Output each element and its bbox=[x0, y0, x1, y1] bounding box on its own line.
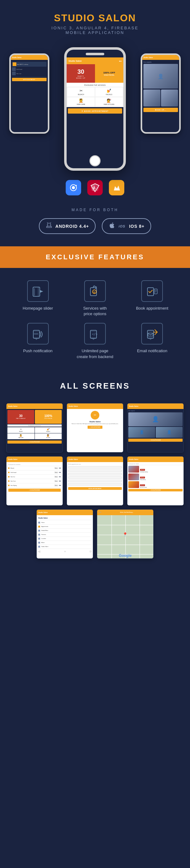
screen-booking-body: Book appointment now BOOK APPOINTMENT bbox=[67, 462, 123, 505]
feature-homepage-slider: Homepage slider bbox=[12, 280, 63, 317]
expert-main-portrait: 👤 bbox=[128, 412, 183, 426]
service-dot-1 bbox=[8, 467, 9, 469]
menu-location-icon bbox=[38, 538, 40, 539]
phone-screen: Studio Salon ●● 30 PARTY MAKE UP 100% OF… bbox=[67, 50, 123, 168]
app-subtitle: IONIC 3, ANGULAR 4, FIREBASE MOBILE APPL… bbox=[6, 26, 184, 35]
phone-banner-number: 30 bbox=[77, 68, 84, 75]
screen-home-banner: 30 PARTY MAKEUP 100% GOLD FACIAL bbox=[7, 410, 62, 424]
screen-deals-body: Exclusive hot deals 40% off Gold facial … bbox=[127, 462, 184, 505]
side-phone-book-btn-right: BOOK AP... bbox=[144, 108, 178, 112]
deal-img-3 bbox=[128, 481, 139, 488]
menu-item-appointment: Appointment bbox=[38, 525, 92, 529]
menu-item-home: Home bbox=[38, 521, 92, 525]
ios-button-label: IOS 8+ bbox=[129, 224, 144, 229]
expert-portraits-row bbox=[144, 90, 178, 106]
feature-unlimited-page: </> Unlimited pagecreate from backend bbox=[69, 323, 120, 359]
haircare-icon: 💆 bbox=[78, 98, 83, 103]
android-button[interactable]: ANDROID 4.4+ bbox=[39, 218, 96, 234]
made-for-label: MADE FOR BOTH bbox=[0, 208, 190, 212]
screen-home-service-1: ✂BLEACH bbox=[7, 427, 35, 433]
screen-map-time: 4:04 bbox=[99, 512, 101, 513]
bleach-icon: ✂ bbox=[80, 89, 83, 93]
screen-experts-book-btn: ✦ BOOK APPOINTMENT bbox=[128, 439, 183, 442]
screen-deals-book-btn: ✦ BOOK APPOINTMENT bbox=[128, 489, 183, 491]
screen-services-topbar: Studio Salon bbox=[6, 457, 63, 462]
screen-service-row-3: Hair Cut View $15 bbox=[7, 475, 62, 479]
features-banner-title: EXCLUSIVE FEATURES bbox=[6, 253, 184, 261]
deal-badge-1: 40% off bbox=[140, 469, 145, 471]
screens-grid-row3: Studio Salon Studio Salon Home Appointme… bbox=[30, 506, 160, 568]
expert-sm-icon-2: 👤 bbox=[167, 430, 171, 434]
booking-field-time bbox=[68, 483, 122, 486]
menu-nav-bar: ◁ ○ □ bbox=[38, 549, 92, 554]
phone-top-bar: Studio Salon ●● bbox=[67, 57, 123, 64]
svg-rect-20 bbox=[154, 289, 157, 294]
tech-icons-section: A bbox=[0, 174, 190, 202]
google-watermark: Google bbox=[119, 554, 131, 558]
menu-deals-icon bbox=[38, 530, 40, 531]
phone-status: ●● bbox=[119, 60, 122, 62]
push-notification-icon-box bbox=[27, 323, 49, 344]
screen-home-banner-right: 100% GOLD FACIAL bbox=[35, 410, 62, 424]
phone-hero-banner: 30 PARTY MAKE UP 100% OFF GOLD FACIAL bbox=[67, 64, 123, 83]
side-phone-content-left: Add PARTY makeup Gold facial Hair care A… bbox=[11, 60, 48, 83]
book-appointment-icon-box bbox=[141, 280, 163, 302]
deal-desc-3: Hair care combo bbox=[140, 487, 147, 488]
map-pin-icon: 📍 bbox=[122, 532, 128, 537]
service-name-5: Hair Styling bbox=[10, 485, 53, 486]
screen-thumb-deals: Studio Salon Exclusive hot deals 40% off… bbox=[127, 456, 184, 506]
map-road-v3 bbox=[139, 515, 140, 559]
booking-submit-btn: BOOK APPOINTMENT bbox=[68, 487, 122, 490]
svg-text:$: $ bbox=[93, 291, 95, 293]
screens-grid-row2: Studio Salon Exclusive hot services Blea… bbox=[0, 453, 190, 506]
made-for-section: MADE FOR BOTH ANDROID 4.4+ iO bbox=[0, 202, 190, 237]
book-appointment-label: Book appointment bbox=[136, 306, 168, 311]
screen-service-sym-2: 💅 bbox=[47, 428, 50, 431]
phone-offer-text: 100% OFF bbox=[103, 71, 115, 74]
side-phone-right: Studio Salon Our experts 👤 BOOK AP... bbox=[141, 53, 181, 134]
service-price-4: $25 bbox=[59, 480, 61, 482]
phone-app-name: Studio Salon bbox=[68, 60, 119, 62]
deal-text-2: 30% off Party makeup bbox=[140, 473, 146, 480]
screen-home-icon-grid: ✂BLEACH 💅FACIALS 💆HAIR CARE 💇STYLING bbox=[7, 427, 62, 439]
screen-experts-topbar: Studio Salon bbox=[127, 403, 184, 409]
platform-buttons: ANDROID 4.4+ iOS IOS 8+ bbox=[0, 218, 190, 234]
screen-service-row-2: Gold facial View $35 bbox=[7, 470, 62, 475]
phone-service-bleach: ✂ BLEACH bbox=[67, 87, 95, 97]
menu-back-icon: ◁ bbox=[38, 550, 40, 553]
phone-book-button[interactable]: ✦ BOOK APPOINTMENT bbox=[68, 108, 122, 114]
expert-portrait-1 bbox=[144, 90, 160, 106]
service-price-3: $15 bbox=[59, 476, 61, 477]
android-icon bbox=[46, 222, 53, 230]
unlimited-page-label: Unlimited pagecreate from backend bbox=[77, 348, 114, 359]
feature-email-notification: Email notification bbox=[127, 323, 178, 359]
deal-text-3: 50% off Hair care combo bbox=[140, 481, 147, 488]
ios-button[interactable]: iOS IOS 8+ bbox=[102, 218, 151, 234]
menu-location-label: Location bbox=[41, 538, 46, 539]
screen-deals-heading: Exclusive hot deals bbox=[128, 463, 183, 465]
deal-desc-1: Gold facial makeup bbox=[140, 471, 148, 473]
screen-menu-title: Studio Salon bbox=[38, 516, 92, 520]
header-section: STUDIO SALON IONIC 3, ANGULAR 4, FIREBAS… bbox=[0, 0, 190, 41]
svg-point-11 bbox=[49, 225, 50, 226]
side-phone-topbar-left: Studio Salon bbox=[11, 55, 48, 60]
unlimited-page-icon-box: </> bbox=[84, 323, 106, 344]
menu-item-location: Location bbox=[38, 537, 92, 541]
menu-home-label: Home bbox=[41, 522, 45, 523]
screen-home-services-title: Exclusive hot services bbox=[7, 425, 62, 427]
screen-home-offer-num: 100% bbox=[44, 414, 53, 417]
svg-rect-7 bbox=[46, 226, 52, 228]
screen-map-title: Hello, God Dad Nong... bbox=[102, 512, 152, 513]
phone-service-bleach-label: BLEACH bbox=[78, 94, 84, 95]
screen-thumb-map: 4:04 Hello, God Dad Nong... Google 📍 Stu… bbox=[97, 509, 154, 559]
menu-services-label: Services bbox=[41, 534, 46, 535]
service-name-3: Hair Cut bbox=[10, 476, 53, 477]
side-phone-left: Studio Salon Add PARTY makeup Gold facia… bbox=[9, 53, 49, 134]
feature-push-notification: Push notification bbox=[12, 323, 63, 359]
side-phone-content-right: Our experts 👤 BOOK AP... bbox=[142, 60, 179, 113]
services-price-icon: $ bbox=[89, 285, 101, 298]
service-detail-3: View bbox=[54, 476, 58, 478]
screen-about-logo: ✂ bbox=[91, 411, 99, 420]
screen-service-row-4: Hair Care View $25 bbox=[7, 479, 62, 484]
svg-line-9 bbox=[50, 222, 51, 223]
